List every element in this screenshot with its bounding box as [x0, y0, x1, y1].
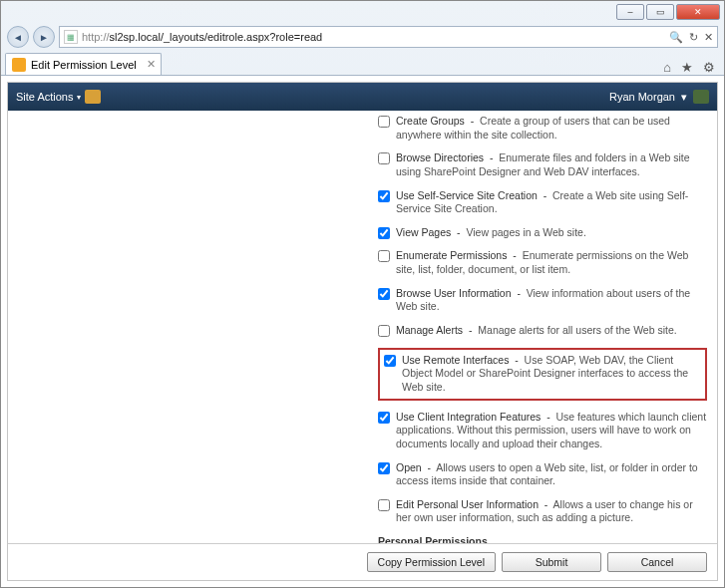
permission-text: Create Groups - Create a group of users …	[396, 115, 707, 142]
address-bar[interactable]: ▦ http:// sl2sp.local/_layouts/editrole.…	[59, 26, 718, 48]
permission-enumerate-permissions: Enumerate Permissions - Enumerate permis…	[378, 249, 707, 276]
permissions-column: Create Groups - Create a group of users …	[378, 115, 707, 543]
permission-checkbox-view-pages[interactable]	[378, 227, 390, 239]
forward-button[interactable]: ►	[33, 26, 55, 48]
refresh-icon[interactable]: ↻	[689, 31, 698, 44]
browser-tab[interactable]: Edit Permission Level ✕	[5, 53, 162, 75]
permission-use-self-service: Use Self-Service Site Creation - Create …	[378, 189, 707, 216]
permission-browse-directories: Browse Directories - Enumerate files and…	[378, 151, 707, 178]
submit-button[interactable]: Submit	[502, 552, 601, 572]
permission-checkbox-enumerate-permissions[interactable]	[378, 250, 390, 262]
permission-manage-alerts: Manage Alerts - Manage alerts for all us…	[378, 324, 707, 338]
permission-checkbox-browse-directories[interactable]	[378, 152, 390, 164]
chevron-down-icon: ▾	[681, 91, 687, 104]
url-prefix: http://	[82, 31, 110, 43]
back-button[interactable]: ◄	[7, 26, 29, 48]
cancel-button[interactable]: Cancel	[607, 552, 707, 572]
url-text[interactable]: sl2sp.local/_layouts/editrole.aspx?role=…	[110, 31, 669, 43]
permission-use-client-integration: Use Client Integration Features - Use fe…	[378, 411, 707, 451]
sharepoint-icon	[12, 58, 26, 72]
browser-window: – ▭ ✕ ◄ ► ▦ http:// sl2sp.local/_layouts…	[0, 0, 725, 588]
copy-permission-button[interactable]: Copy Permission Level	[367, 552, 496, 572]
content-area: Site Actions ▾ Ryan Morgan ▾ Create Grou…	[1, 75, 724, 587]
tab-row: Edit Permission Level ✕ ⌂ ★ ⚙	[1, 51, 724, 75]
permission-text: View Pages - View pages in a Web site.	[396, 226, 707, 240]
permission-text: Open - Allows users to open a Web site, …	[396, 461, 707, 488]
stop-icon[interactable]: ✕	[704, 31, 713, 44]
permission-checkbox-manage-alerts[interactable]	[378, 325, 390, 337]
site-actions-menu[interactable]: Site Actions ▾	[16, 90, 101, 104]
permission-use-remote-interfaces: Use Remote Interfaces - Use SOAP, Web DA…	[384, 354, 701, 395]
permission-checkbox-browse-user-info[interactable]	[378, 288, 390, 300]
permission-checkbox-create-groups[interactable]	[378, 116, 390, 128]
user-dropdown-icon[interactable]	[693, 90, 709, 104]
permission-edit-personal-info: Edit Personal User Information - Allows …	[378, 498, 707, 525]
button-row: Copy Permission Level Submit Cancel	[8, 543, 717, 580]
address-row: ◄ ► ▦ http:// sl2sp.local/_layouts/editr…	[1, 23, 724, 51]
permission-checkbox-open[interactable]	[378, 462, 390, 474]
sharepoint-page: Site Actions ▾ Ryan Morgan ▾ Create Grou…	[7, 82, 718, 581]
close-button[interactable]: ✕	[676, 4, 720, 20]
permission-text: Use Client Integration Features - Use fe…	[396, 411, 707, 451]
chevron-down-icon: ▾	[77, 93, 81, 102]
permission-open: Open - Allows users to open a Web site, …	[378, 461, 707, 488]
permission-text: Browse User Information - View informati…	[396, 287, 707, 314]
gear-icon[interactable]: ⚙	[698, 60, 720, 75]
permission-create-groups: Create Groups - Create a group of users …	[378, 115, 707, 142]
site-actions-label: Site Actions	[16, 91, 73, 103]
home-icon[interactable]: ⌂	[658, 60, 676, 75]
user-name: Ryan Morgan	[609, 91, 675, 103]
permission-checkbox-edit-personal-info[interactable]	[378, 499, 390, 511]
permission-checkbox-use-client-integration[interactable]	[378, 412, 390, 424]
permission-text: Edit Personal User Information - Allows …	[396, 498, 707, 525]
user-menu[interactable]: Ryan Morgan ▾	[609, 90, 709, 104]
title-bar: – ▭ ✕	[1, 1, 724, 23]
page-icon: ▦	[64, 30, 78, 44]
permission-text: Browse Directories - Enumerate files and…	[396, 151, 707, 178]
permission-text: Use Self-Service Site Creation - Create …	[396, 189, 707, 216]
search-icon[interactable]: 🔍	[669, 31, 683, 44]
minimize-button[interactable]: –	[616, 4, 644, 20]
navigate-up-icon[interactable]	[85, 90, 101, 104]
favorites-icon[interactable]: ★	[676, 60, 698, 75]
permission-checkbox-use-self-service[interactable]	[378, 190, 390, 202]
permission-browse-user-info: Browse User Information - View informati…	[378, 287, 707, 314]
permission-view-pages: View Pages - View pages in a Web site.	[378, 226, 707, 240]
permission-text: Use Remote Interfaces - Use SOAP, Web DA…	[402, 354, 701, 395]
permission-text: Manage Alerts - Manage alerts for all us…	[396, 324, 707, 338]
page-body: Create Groups - Create a group of users …	[8, 111, 717, 543]
personal-permissions-header: Personal Permissions	[378, 535, 707, 543]
tab-close-icon[interactable]: ✕	[147, 58, 156, 71]
maximize-button[interactable]: ▭	[646, 4, 674, 20]
tab-title: Edit Permission Level	[31, 59, 137, 71]
highlighted-permission: Use Remote Interfaces - Use SOAP, Web DA…	[378, 348, 707, 401]
ribbon-bar: Site Actions ▾ Ryan Morgan ▾	[8, 83, 717, 111]
permission-checkbox-use-remote-interfaces[interactable]	[384, 355, 396, 367]
permission-text: Enumerate Permissions - Enumerate permis…	[396, 249, 707, 276]
